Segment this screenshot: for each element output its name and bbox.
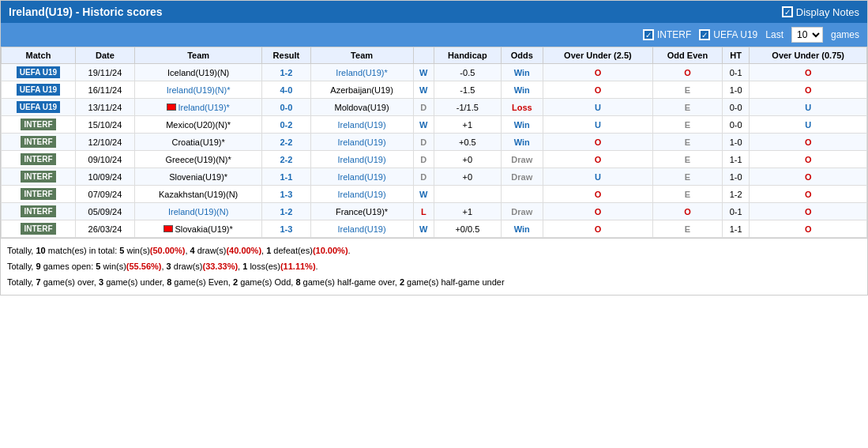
cell-handicap: +0.5 <box>434 134 501 151</box>
interf-filter[interactable]: ✓ INTERF <box>643 29 691 40</box>
interf-checkbox[interactable]: ✓ <box>643 29 654 40</box>
cell-team1: Mexico(U20)(N)* <box>134 116 261 134</box>
cell-handicap: +0/0.5 <box>434 220 501 238</box>
scores-table: Match Date Team Result Team Handicap Odd… <box>1 47 867 238</box>
cell-odds: Win <box>501 81 543 99</box>
cell-outcome: D <box>413 134 434 151</box>
cell-result: 0-2 <box>262 116 310 134</box>
cell-ou25: O <box>543 64 652 81</box>
cell-ou075: O <box>750 81 867 99</box>
cell-oe: E <box>653 134 723 151</box>
cell-badge: INTERF <box>2 151 76 168</box>
cell-outcome: D <box>413 168 434 186</box>
cell-result: 1-3 <box>262 220 310 238</box>
cell-result: 1-2 <box>262 203 310 220</box>
cell-result: 0-0 <box>262 99 310 116</box>
display-notes-label: Display Notes <box>796 6 859 18</box>
cell-badge: UEFA U19 <box>2 64 76 81</box>
cell-handicap: +0 <box>434 168 501 186</box>
cell-ou075: O <box>750 220 867 238</box>
cell-team1: Slovakia(U19)* <box>134 220 261 238</box>
uefa-checkbox[interactable]: ✓ <box>699 29 710 40</box>
cell-ht: 0-0 <box>722 116 749 134</box>
cell-date: 16/11/24 <box>75 81 134 99</box>
table-row: INTERF 12/10/24 Croatia(U19)* 2-2 Irelan… <box>2 134 867 151</box>
cell-handicap: -1.5 <box>434 81 501 99</box>
cell-date: 12/10/24 <box>75 134 134 151</box>
cell-date: 07/09/24 <box>75 186 134 203</box>
page-title: Ireland(U19) - Historic scores <box>9 6 163 18</box>
cell-outcome: L <box>413 203 434 220</box>
cell-team2: Ireland(U19) <box>310 186 413 203</box>
badge: INTERF <box>21 119 55 130</box>
games-select[interactable]: 10 20 30 <box>791 27 823 43</box>
cell-team2: Ireland(U19) <box>310 134 413 151</box>
cell-team1: Iceland(U19)(N) <box>134 64 261 81</box>
badge: INTERF <box>21 188 55 200</box>
cell-odds: Win <box>501 64 543 81</box>
cell-ou075: O <box>750 134 867 151</box>
cell-ou075: O <box>750 186 867 203</box>
cell-date: 19/11/24 <box>75 64 134 81</box>
badge: INTERF <box>21 136 55 148</box>
table-row: INTERF 26/03/24 Slovakia(U19)* 1-3 Irela… <box>2 220 867 238</box>
cell-outcome: W <box>413 81 434 99</box>
cell-oe: E <box>653 99 723 116</box>
display-notes-toggle[interactable]: ✓ Display Notes <box>782 6 859 18</box>
cell-oe: E <box>653 151 723 168</box>
badge: INTERF <box>21 223 55 235</box>
summary-line1: Totally, 10 match(es) in total: 5 win(s)… <box>7 243 861 259</box>
cell-odds: Win <box>501 220 543 238</box>
cell-outcome: W <box>413 186 434 203</box>
col-team2: Team <box>310 47 413 64</box>
cell-ou075: O <box>750 64 867 81</box>
cell-badge: UEFA U19 <box>2 81 76 99</box>
cell-team1: Slovenia(U19)* <box>134 168 261 186</box>
cell-date: 13/11/24 <box>75 99 134 116</box>
table-row: UEFA U19 13/11/24 Ireland(U19)* 0-0 Mold… <box>2 99 867 116</box>
badge: INTERF <box>21 153 55 165</box>
col-odds: Odds <box>501 47 543 64</box>
cell-handicap <box>434 186 501 203</box>
col-handicap: Handicap <box>434 47 501 64</box>
summary-section: Totally, 10 match(es) in total: 5 win(s)… <box>1 238 867 295</box>
cell-ht: 0-1 <box>722 203 749 220</box>
uefa-filter[interactable]: ✓ UEFA U19 <box>699 29 757 40</box>
cell-result: 2-2 <box>262 151 310 168</box>
cell-team2: Moldova(U19) <box>310 99 413 116</box>
cell-odds: Win <box>501 116 543 134</box>
cell-outcome: D <box>413 99 434 116</box>
cell-date: 05/09/24 <box>75 203 134 220</box>
cell-oe: E <box>653 116 723 134</box>
cell-ou075: O <box>750 151 867 168</box>
cell-ou075: O <box>750 203 867 220</box>
header: Ireland(U19) - Historic scores ✓ Display… <box>1 1 867 23</box>
cell-result: 1-3 <box>262 186 310 203</box>
cell-team1: Ireland(U19)* <box>134 99 261 116</box>
cell-result: 4-0 <box>262 81 310 99</box>
display-notes-checkbox[interactable]: ✓ <box>782 6 793 17</box>
col-team1: Team <box>134 47 261 64</box>
cell-ou25: O <box>543 151 652 168</box>
cell-badge: INTERF <box>2 134 76 151</box>
col-ou075: Over Under (0.75) <box>750 47 867 64</box>
cell-ht: 1-1 <box>722 151 749 168</box>
col-empty <box>413 47 434 64</box>
cell-ou25: O <box>543 203 652 220</box>
table-row: UEFA U19 19/11/24 Iceland(U19)(N) 1-2 Ir… <box>2 64 867 81</box>
cell-ou25: O <box>543 134 652 151</box>
cell-team2: Ireland(U19) <box>310 151 413 168</box>
cell-date: 15/10/24 <box>75 116 134 134</box>
badge: UEFA U19 <box>17 84 60 96</box>
badge: INTERF <box>21 171 55 183</box>
cell-date: 10/09/24 <box>75 168 134 186</box>
table-row: INTERF 15/10/24 Mexico(U20)(N)* 0-2 Irel… <box>2 116 867 134</box>
cell-result: 1-2 <box>262 64 310 81</box>
cell-ou075: U <box>750 116 867 134</box>
cell-team1: Greece(U19)(N)* <box>134 151 261 168</box>
cell-team2: Ireland(U19) <box>310 168 413 186</box>
cell-handicap: -0.5 <box>434 64 501 81</box>
cell-result: 1-1 <box>262 168 310 186</box>
cell-team1: Ireland(U19)(N)* <box>134 81 261 99</box>
table-row: UEFA U19 16/11/24 Ireland(U19)(N)* 4-0 A… <box>2 81 867 99</box>
